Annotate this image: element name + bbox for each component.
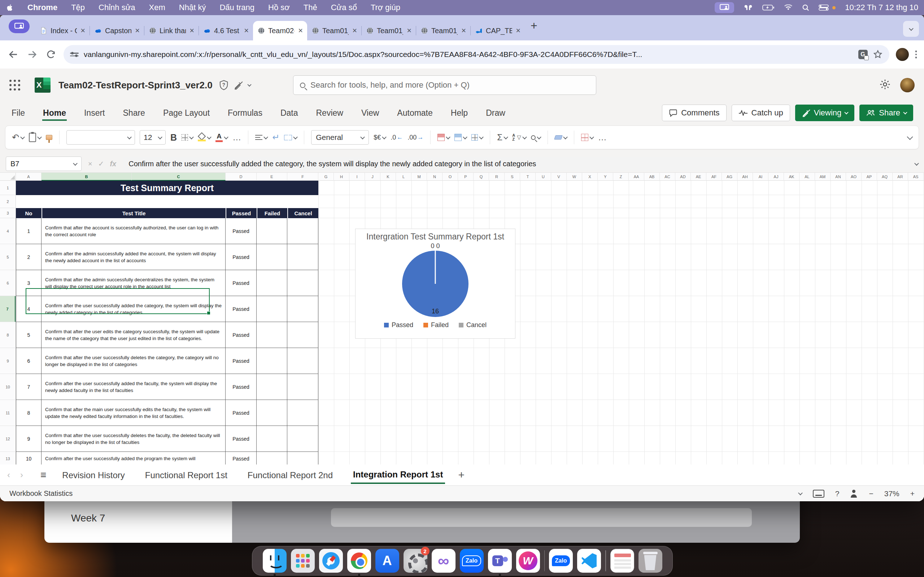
bold-button[interactable]: B — [170, 132, 177, 143]
sheet-tab-2[interactable]: Functional Report 2nd — [246, 467, 335, 483]
zalo-dock-item[interactable]: Zalo — [460, 549, 484, 573]
cell-status[interactable] — [257, 218, 287, 244]
column-header-AQ[interactable]: AQ — [877, 173, 893, 181]
column-header-Z[interactable]: Z — [613, 173, 629, 181]
column-header-AC[interactable]: AC — [660, 173, 675, 181]
cell-no[interactable]: 4 — [16, 296, 42, 322]
column-header-AK[interactable]: AK — [784, 173, 800, 181]
tab-close-icon[interactable]: × — [297, 26, 304, 35]
cell-status[interactable]: Passed — [226, 426, 257, 452]
row-header-4[interactable]: 4 — [0, 218, 16, 244]
ribbon-tab-help[interactable]: Help — [450, 105, 468, 121]
profile-avatar[interactable] — [896, 48, 909, 61]
forward-icon[interactable] — [26, 48, 38, 61]
table-row[interactable]: 8Confirm that after the main user succes… — [16, 400, 318, 426]
table-row[interactable]: 4Confirm after the user successfully add… — [16, 296, 318, 322]
menu-item-2[interactable]: Chỉnh sửa — [99, 3, 135, 12]
zoom-in-button[interactable]: + — [910, 489, 914, 498]
appstore-icon[interactable] — [375, 549, 399, 573]
cell-status[interactable] — [287, 218, 318, 244]
cell-status[interactable] — [287, 296, 318, 322]
launchpad-dock-item[interactable] — [291, 549, 315, 573]
column-header-AF[interactable]: AF — [706, 173, 722, 181]
cell-status[interactable] — [287, 426, 318, 452]
chrome-icon[interactable] — [347, 549, 371, 573]
cell-title[interactable]: Confirm that after the user successfully… — [42, 348, 226, 374]
column-header-C[interactable]: C — [132, 173, 226, 181]
viewing-button[interactable]: Viewing — [795, 105, 855, 121]
cell-no[interactable]: 6 — [16, 348, 42, 374]
battery-icon[interactable] — [762, 3, 775, 11]
cell-status[interactable] — [287, 400, 318, 426]
cell-status[interactable] — [257, 400, 287, 426]
row-header-11[interactable]: 11 — [0, 400, 16, 426]
ribbon-tab-insert[interactable]: Insert — [83, 105, 106, 121]
font-name-select[interactable] — [66, 130, 135, 145]
ribbon-tab-share[interactable]: Share — [122, 105, 146, 121]
column-header-K[interactable]: K — [380, 173, 396, 181]
cell-status[interactable] — [257, 348, 287, 374]
cell-status[interactable] — [287, 244, 318, 270]
cell-title[interactable]: Confirm that after the main user success… — [42, 400, 226, 426]
column-header-R[interactable]: R — [489, 173, 505, 181]
cell-status[interactable]: Passed — [226, 400, 257, 426]
browser-tab-1[interactable]: Capstone P× — [90, 21, 144, 40]
reload-icon[interactable] — [45, 48, 57, 61]
menu-item-0[interactable]: Chrome — [27, 3, 57, 12]
column-header-N[interactable]: N — [427, 173, 443, 181]
status-chevron-icon[interactable] — [798, 491, 803, 495]
zoom-level[interactable]: 37% — [884, 489, 900, 498]
browser-tab-5[interactable]: Team01_Te× — [307, 21, 361, 40]
keyboard-icon[interactable] — [813, 490, 824, 498]
sheet-tab-3[interactable]: Integration Report 1st — [351, 466, 445, 484]
finder-dock-item[interactable] — [263, 549, 287, 573]
cell-title[interactable]: Confirm that after the admin successfull… — [42, 270, 226, 296]
new-tab-button[interactable]: + — [531, 19, 538, 32]
menu-item-6[interactable]: Hồ sơ — [268, 3, 290, 12]
column-header-AE[interactable]: AE — [691, 173, 706, 181]
menu-item-4[interactable]: Nhật ký — [179, 3, 206, 12]
screen-sharing-indicator[interactable] — [715, 2, 734, 13]
row-header-9[interactable]: 9 — [0, 348, 16, 374]
cell-title[interactable]: Confirm after the admin successfully add… — [42, 244, 226, 270]
cell-status[interactable]: Passed — [226, 244, 257, 270]
tab-search-button[interactable] — [903, 21, 919, 37]
cell-status[interactable] — [257, 296, 287, 322]
cell-status[interactable]: Passed — [226, 452, 257, 464]
share-button[interactable]: Share — [859, 105, 913, 121]
column-header-X[interactable]: X — [582, 173, 598, 181]
cell-status[interactable] — [287, 452, 318, 464]
test-summary-table[interactable]: Test Summary ReportNoTest TitlePassedFai… — [16, 181, 318, 464]
excel-logo-icon[interactable]: X — [35, 77, 50, 93]
ribbon-tab-data[interactable]: Data — [280, 105, 299, 121]
cell-title[interactable]: Confirm that after the user successfully… — [42, 426, 226, 452]
title-chevron-icon[interactable] — [247, 82, 251, 87]
ribbon-tab-view[interactable]: View — [360, 105, 380, 121]
safari-icon[interactable] — [319, 549, 343, 573]
autosum-button[interactable]: Σ — [497, 132, 507, 142]
tab-close-icon[interactable]: × — [460, 26, 467, 35]
row-header-12[interactable]: 12 — [0, 426, 16, 452]
safari-dock-item[interactable] — [319, 549, 343, 573]
column-header-U[interactable]: U — [536, 173, 551, 181]
cell-no[interactable]: 9 — [16, 426, 42, 452]
table-row[interactable]: 10Confirm after the user successfully ad… — [16, 452, 318, 464]
column-header-AO[interactable]: AO — [846, 173, 861, 181]
cell-status[interactable] — [287, 322, 318, 348]
accessibility-icon[interactable] — [850, 490, 858, 498]
column-header-P[interactable]: P — [458, 173, 473, 181]
column-header-AJ[interactable]: AJ — [769, 173, 784, 181]
cell-status[interactable] — [287, 348, 318, 374]
cell-no[interactable]: 10 — [16, 452, 42, 464]
zalo2-icon[interactable]: Zalo — [549, 549, 573, 573]
tab-close-icon[interactable]: × — [515, 26, 521, 35]
spreadsheet-grid[interactable]: Test Summary ReportNoTest TitlePassedFai… — [0, 172, 924, 464]
cell-status[interactable] — [257, 244, 287, 270]
cell-title[interactable]: Confirm after the user successfully adde… — [42, 296, 226, 322]
ribbon-tab-page-layout[interactable]: Page Layout — [162, 105, 210, 121]
cells-format-button[interactable] — [581, 134, 593, 141]
browser-menu-icon[interactable] — [915, 50, 917, 58]
cell-no[interactable]: 8 — [16, 400, 42, 426]
column-header-G[interactable]: G — [318, 173, 334, 181]
pie-chart-card[interactable]: Intergration Test Summary Report 1st 0 0… — [355, 229, 515, 338]
